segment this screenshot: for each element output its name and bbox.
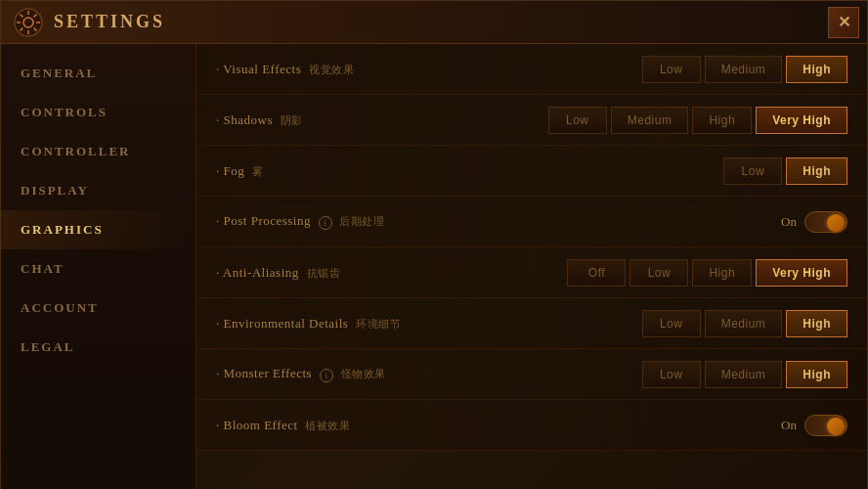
environmental-details-label: · Environmental Details 环境细节 (216, 316, 490, 332)
environmental-details-high[interactable]: High (786, 310, 847, 337)
close-button[interactable]: ✕ (828, 7, 859, 38)
monster-effects-low[interactable]: Low (642, 361, 701, 388)
shadows-row: · Shadows 阴影 Low Medium High Very High (196, 95, 867, 146)
title-bar: SETTINGS ✕ (1, 1, 867, 44)
shadows-low[interactable]: Low (548, 107, 607, 134)
monster-effects-high[interactable]: High (786, 361, 847, 388)
visual-effects-row: · Visual Effects 视觉效果 Low Medium High (196, 44, 867, 95)
monster-effects-medium[interactable]: Medium (705, 361, 783, 388)
environmental-details-options: Low Medium High (490, 310, 847, 337)
environmental-details-medium[interactable]: Medium (705, 310, 783, 337)
visual-effects-options: Low Medium High (490, 56, 847, 83)
anti-aliasing-label: · Anti-Aliasing 抗锯齿 (216, 265, 490, 281)
anti-aliasing-row: · Anti-Aliasing 抗锯齿 Off Low High Very Hi… (196, 247, 867, 298)
post-processing-toggle-label: On (781, 214, 797, 230)
content-area: GENERAL CONTROLS CONTROLLER DISPLAY GRAP… (1, 44, 867, 489)
fog-row: · Fog 雾 Low High (196, 146, 867, 197)
anti-aliasing-off[interactable]: Off (567, 259, 626, 287)
settings-main: · Visual Effects 视觉效果 Low Medium High · … (196, 44, 867, 489)
settings-window: SETTINGS ✕ GENERAL CONTROLS CONTROLLER D… (0, 0, 868, 489)
visual-effects-label: · Visual Effects 视觉效果 (216, 62, 490, 77)
sidebar-item-account[interactable]: ACCOUNT (1, 289, 195, 328)
fog-options: Low High (490, 157, 847, 185)
fog-high[interactable]: High (786, 157, 847, 185)
sidebar-item-chat[interactable]: CHAT (1, 249, 195, 289)
bloom-effect-toggle-thumb (827, 418, 845, 435)
bloom-effect-options: On (490, 415, 847, 436)
post-processing-options: On (490, 211, 847, 233)
sidebar-item-graphics[interactable]: GRAPHICS (1, 210, 195, 249)
bloom-effect-toggle-container: On (781, 415, 847, 436)
bloom-effect-toggle-label: On (781, 418, 797, 433)
sidebar-item-legal[interactable]: LEGAL (1, 328, 195, 367)
monster-effects-label: · Monster Effects i 怪物效果 (216, 366, 490, 381)
fog-label: · Fog 雾 (216, 163, 490, 179)
gear-icon (13, 7, 44, 38)
bloom-effect-toggle[interactable] (804, 415, 847, 436)
sidebar-item-general[interactable]: GENERAL (1, 54, 195, 93)
sidebar: GENERAL CONTROLS CONTROLLER DISPLAY GRAP… (1, 44, 196, 489)
monster-effects-row: · Monster Effects i 怪物效果 Low Medium High (196, 349, 867, 400)
visual-effects-low[interactable]: Low (642, 56, 701, 83)
anti-aliasing-very-high[interactable]: Very High (756, 259, 847, 287)
environmental-details-row: · Environmental Details 环境细节 Low Medium … (196, 298, 867, 349)
anti-aliasing-options: Off Low High Very High (490, 259, 847, 287)
sidebar-item-controller[interactable]: CONTROLLER (1, 132, 195, 171)
post-processing-info-icon: i (319, 216, 332, 230)
post-processing-toggle-thumb (827, 214, 845, 232)
environmental-details-low[interactable]: Low (642, 310, 701, 337)
post-processing-toggle[interactable] (804, 211, 847, 233)
post-processing-row: · Post Processing i 后期处理 On (196, 197, 867, 247)
shadows-label: · Shadows 阴影 (216, 112, 490, 128)
shadows-medium[interactable]: Medium (611, 107, 689, 134)
visual-effects-medium[interactable]: Medium (705, 56, 783, 83)
shadows-options: Low Medium High Very High (490, 107, 847, 134)
shadows-very-high[interactable]: Very High (756, 107, 847, 134)
window-title: SETTINGS (54, 12, 165, 32)
anti-aliasing-high[interactable]: High (692, 259, 752, 287)
fog-low[interactable]: Low (723, 157, 782, 185)
monster-effects-options: Low Medium High (490, 361, 847, 388)
visual-effects-high[interactable]: High (786, 56, 847, 83)
post-processing-toggle-container: On (781, 211, 847, 233)
shadows-high[interactable]: High (692, 107, 752, 134)
post-processing-label: · Post Processing i 后期处理 (216, 213, 490, 229)
sidebar-item-controls[interactable]: CONTROLS (1, 93, 195, 132)
sidebar-item-display[interactable]: DISPLAY (1, 171, 195, 210)
monster-effects-info-icon: i (320, 369, 333, 382)
bloom-effect-row: · Bloom Effect 植被效果 On (196, 400, 867, 451)
anti-aliasing-low[interactable]: Low (629, 259, 688, 287)
bloom-effect-label: · Bloom Effect 植被效果 (216, 418, 490, 433)
